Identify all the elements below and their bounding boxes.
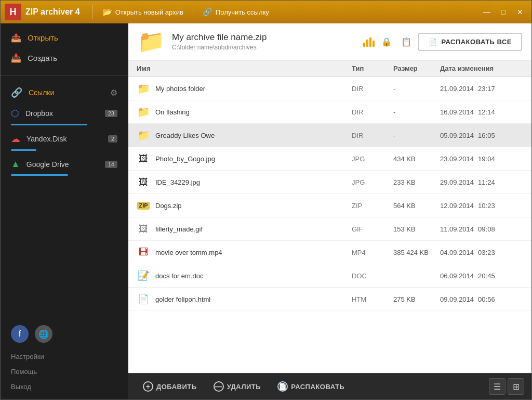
folder-icon: 📁 [137, 106, 150, 118]
minimize-button[interactable]: — [480, 5, 494, 19]
add-icon: + [143, 381, 153, 392]
col-name: Имя [137, 64, 352, 72]
archive-name: My archive file name.zip [172, 32, 360, 43]
extract-icon: 📄 [429, 38, 437, 46]
facebook-icon[interactable]: f [11, 325, 29, 343]
col-date: Дата изменения [440, 64, 523, 72]
file-size: 564 KB [393, 202, 440, 210]
table-row[interactable]: ZIP Dogs.zip ZIP 564 KB 12.09.201410:23 [128, 194, 531, 217]
chart-bar-1 [363, 43, 365, 47]
sidebar-settings-link[interactable]: Настройки [1, 349, 128, 364]
sidebar-footer: f 🌐 Настройки Помощь Выход [1, 316, 128, 399]
table-row[interactable]: 📝 docs for em.doc DOC 06.09.201420:45 [128, 264, 531, 288]
file-size: 233 KB [393, 178, 440, 186]
dropbox-icon: ⬡ [11, 108, 19, 119]
file-name-cell: 📝 docs for em.doc [137, 269, 352, 282]
file-name-cell: 🖼 fillerty_made.gif [137, 222, 352, 236]
sidebar-item-dropbox[interactable]: ⬡ Dropbox 23 [1, 103, 128, 124]
file-name: IDE_34229.jpg [155, 178, 200, 186]
image-icon: 🖼 [139, 153, 148, 164]
chart-bar-3 [369, 37, 371, 47]
settings-gear-icon[interactable]: ⚙ [110, 88, 117, 98]
file-size: 275 KB [393, 295, 440, 303]
table-row[interactable]: 🖼 Photo_by_Gogo.jpg JPG 434 KB 23.09.201… [128, 147, 531, 171]
info-button[interactable]: 📋 [398, 34, 414, 49]
file-name: Photo_by_Gogo.jpg [155, 155, 215, 163]
archive-actions: 🔒 📋 📄 РАСПАКОВАТЬ ВСЕ [360, 33, 522, 51]
file-name: Dogs.zip [155, 202, 182, 210]
table-row[interactable]: 📄 golder folipon.html HTM 275 KB 09.09.2… [128, 288, 531, 311]
open-icon: 📤 [11, 33, 21, 43]
file-name: Greaddy Likes Owe [155, 132, 215, 139]
file-size: 434 KB [393, 155, 440, 163]
yandex-icon: ☁ [11, 133, 20, 145]
file-name-cell: 🖼 Photo_by_Gogo.jpg [137, 152, 352, 165]
file-type-icon: 📝 [137, 269, 150, 282]
get-link-button[interactable]: 🔗 Получить ссылку [195, 5, 276, 19]
sidebar-item-create[interactable]: 📥 Создать [1, 48, 128, 68]
html-icon: 📄 [138, 293, 149, 305]
sidebar-item-open[interactable]: 📤 Открыть [1, 28, 128, 48]
chart-bar-4 [373, 41, 375, 47]
globe-icon[interactable]: 🌐 [35, 325, 52, 343]
sidebar-item-yandex[interactable]: ☁ Yandex.Disk 2 [1, 128, 128, 149]
table-row[interactable]: 📁 On flashing DIR - 16.09.201412:14 [128, 100, 531, 124]
file-date: 16.09.201412:14 [440, 108, 523, 116]
sidebar-item-links[interactable]: 🔗 Ссылки ⚙ [1, 82, 128, 103]
gdrive-icon: ▲ [11, 159, 20, 170]
file-type: DOC [352, 272, 393, 280]
delete-button[interactable]: — УДАЛИТЬ [206, 378, 269, 395]
doc-icon: 📝 [138, 270, 149, 281]
col-size: Размер [393, 64, 440, 72]
file-name-cell: ZIP Dogs.zip [137, 199, 352, 212]
file-name-cell: 🖼 IDE_34229.jpg [137, 175, 352, 189]
divider [1, 75, 128, 76]
table-row[interactable]: 📁 My photos folder DIR - 21.09.201423:17 [128, 77, 531, 100]
file-date: 21.09.201423:17 [440, 85, 523, 93]
file-list-container[interactable]: Имя Тип Размер Дата изменения 📁 My photo… [128, 60, 531, 373]
archive-path: C:\folder name\subdir\archives [172, 44, 360, 51]
file-type-icon: 🖼 [137, 152, 150, 165]
close-button[interactable]: ✕ [513, 5, 527, 19]
maximize-button[interactable]: □ [496, 5, 511, 19]
file-type: DIR [352, 85, 393, 93]
folder-icon: 📁 [137, 82, 150, 95]
sidebar-item-gdrive[interactable]: ▲ Google Drive 14 [1, 154, 128, 174]
list-view-button[interactable]: ☰ [489, 378, 506, 395]
divider [92, 5, 93, 19]
table-row[interactable]: 🎞 movie over tomm.mp4 MP4 385 424 KB 04.… [128, 241, 531, 264]
video-icon: 🎞 [139, 247, 148, 258]
add-button[interactable]: + ДОБАВИТЬ [136, 378, 204, 395]
table-row[interactable]: 🖼 fillerty_made.gif GIF 153 KB 11.09.201… [128, 217, 531, 241]
grid-view-button[interactable]: ⊞ [508, 378, 524, 395]
file-name: fillerty_made.gif [155, 225, 203, 233]
file-type: GIF [352, 225, 393, 233]
view-toggle: ☰ ⊞ [489, 378, 524, 395]
file-date: 11.09.201409:08 [440, 225, 523, 233]
file-name-cell: 📁 Greaddy Likes Owe [137, 128, 352, 142]
divider2 [193, 5, 193, 19]
extract-all-button[interactable]: 📄 РАСПАКОВАТЬ ВСЕ [418, 33, 522, 51]
table-row[interactable]: 🖼 IDE_34229.jpg JPG 233 KB 29.09.201411:… [128, 171, 531, 194]
chart-bars [363, 36, 375, 47]
file-type-icon: 📁 [137, 105, 150, 119]
file-size: - [393, 108, 440, 116]
file-type-icon: 📁 [137, 128, 150, 142]
lock-button[interactable]: 🔒 [379, 34, 394, 49]
app-logo: H [5, 4, 21, 20]
file-date: 04.09.201403:23 [440, 249, 523, 256]
sidebar-exit-link[interactable]: Выход [1, 379, 128, 394]
yandex-badge: 2 [108, 135, 117, 143]
file-type: DIR [352, 132, 393, 139]
chart-bar-2 [366, 40, 368, 47]
file-type: JPG [352, 155, 393, 163]
gdrive-bar [11, 174, 68, 176]
bottom-toolbar: + ДОБАВИТЬ — УДАЛИТЬ 📄 РАСПАКОВАТЬ ☰ ⊞ [128, 373, 531, 399]
open-archive-button[interactable]: 📂 Открыть новый архив [95, 5, 191, 19]
file-date: 09.09.201400:56 [440, 295, 523, 303]
table-row[interactable]: 📁 Greaddy Likes Owe DIR - 05.09.201416:0… [128, 124, 531, 147]
delete-icon: — [214, 381, 224, 392]
extract-button[interactable]: 📄 РАСПАКОВАТЬ [270, 378, 352, 395]
folder-icon: 📁 [137, 129, 150, 141]
sidebar-help-link[interactable]: Помощь [1, 364, 128, 379]
